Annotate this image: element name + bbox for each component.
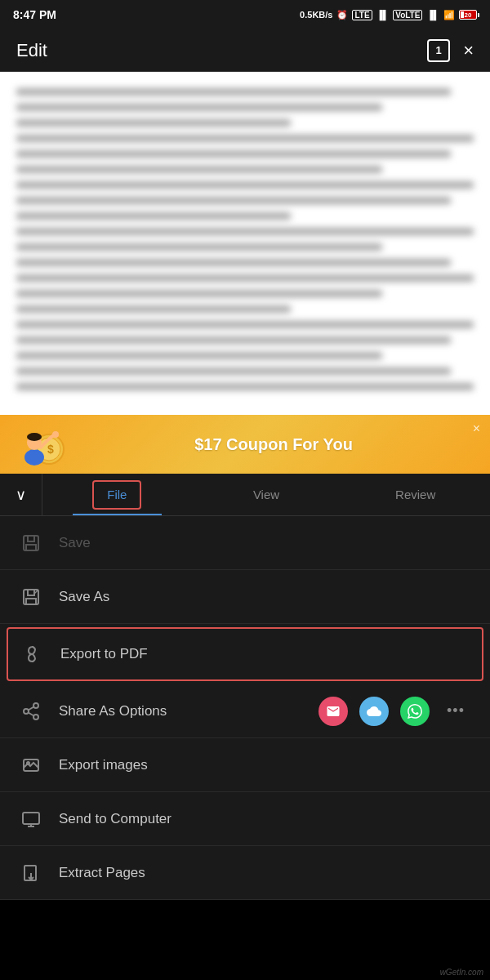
extract-pages-label: Extract Pages [59, 865, 470, 881]
blur-line [16, 321, 474, 328]
status-indicators: 0.5KB/s ⏰ LTE ▐▌ VoLTE ▐▌ 📶 20 [300, 10, 477, 20]
share-quick-actions: ••• [318, 697, 470, 726]
blur-line [16, 166, 382, 173]
extract-pages-icon [20, 862, 42, 884]
signal2-icon: ▐▌ [426, 10, 439, 20]
blur-line [16, 336, 451, 344]
save-as-icon [20, 586, 42, 608]
lte-icon: LTE [352, 10, 372, 20]
lte2-icon: VoLTE [393, 10, 422, 20]
alarm-icon: ⏰ [336, 10, 348, 20]
svg-point-4 [27, 433, 42, 441]
svg-rect-20 [23, 813, 39, 824]
blur-line [16, 368, 451, 375]
app-header: Edit 1 × [0, 29, 490, 72]
network-speed: 0.5KB/s [300, 10, 332, 20]
page-title: Edit [16, 40, 47, 61]
save-as-label: Save As [59, 589, 470, 605]
send-computer-icon [20, 808, 42, 831]
svg-rect-11 [28, 590, 34, 595]
battery-indicator: 20 [459, 10, 477, 20]
document-preview [0, 72, 490, 415]
tab-bar: ∨ File View Review [0, 474, 490, 516]
save-icon [20, 532, 42, 555]
svg-line-16 [29, 712, 34, 715]
time-display: 8:47 PM [13, 8, 56, 21]
svg-point-13 [33, 703, 38, 708]
blur-line [16, 290, 382, 297]
export-images-label: Export images [59, 757, 470, 773]
export-pdf-label: Export to PDF [60, 646, 469, 662]
blur-line [16, 212, 291, 220]
menu-item-export-images[interactable]: Export images [0, 738, 490, 792]
svg-point-2 [24, 449, 44, 466]
share-cloud-button[interactable] [359, 697, 389, 726]
blur-line [16, 305, 291, 313]
menu-item-save-as[interactable]: Save As [0, 570, 490, 624]
header-actions: 1 × [427, 39, 474, 62]
svg-text:$: $ [47, 443, 54, 456]
menu-item-share[interactable]: Share As Options ••• [0, 684, 490, 738]
blur-line [16, 119, 291, 127]
tab-review[interactable]: Review [341, 474, 490, 515]
menu-item-save[interactable]: Save [0, 516, 490, 570]
menu-item-send-computer[interactable]: Send to Computer [0, 792, 490, 846]
save-label: Save [59, 535, 470, 551]
wifi-icon: 📶 [443, 10, 455, 20]
blur-line [16, 104, 382, 111]
menu-item-extract-pages[interactable]: Extract Pages [0, 846, 490, 900]
tab-review-label: Review [395, 488, 435, 501]
coupon-text: $17 Coupon For You [74, 435, 474, 454]
svg-rect-8 [28, 536, 34, 541]
signal-icon: ▐▌ [376, 10, 390, 20]
blur-line [16, 228, 474, 235]
blur-line [16, 352, 382, 359]
close-button[interactable]: × [463, 40, 474, 61]
blur-line [16, 383, 474, 390]
share-whatsapp-button[interactable] [400, 697, 430, 726]
share-icon [20, 700, 42, 723]
coupon-character-icon: $ [16, 420, 65, 469]
blur-line [16, 259, 451, 266]
coupon-banner[interactable]: $ $17 Coupon For You × [0, 415, 490, 474]
share-more-button[interactable]: ••• [441, 697, 470, 726]
svg-point-15 [33, 715, 38, 719]
share-label: Share As Options [59, 703, 318, 719]
send-computer-label: Send to Computer [59, 811, 470, 827]
share-email-button[interactable] [318, 697, 348, 726]
export-images-icon [20, 754, 42, 777]
tab-file-label: File [107, 488, 127, 501]
svg-point-14 [24, 709, 29, 714]
watermark: wGetIn.com [440, 968, 483, 977]
blur-line [16, 181, 474, 189]
svg-line-17 [29, 706, 34, 710]
svg-rect-9 [26, 545, 36, 550]
svg-rect-12 [26, 599, 36, 604]
tab-view-label: View [253, 488, 279, 501]
svg-point-5 [52, 431, 59, 438]
blur-content [0, 72, 490, 415]
tab-count[interactable]: 1 [427, 39, 450, 62]
blur-line [16, 197, 451, 204]
menu-list: Save Save As Export to PDF [0, 516, 490, 900]
more-dots-icon: ••• [447, 702, 465, 719]
menu-item-export-pdf[interactable]: Export to PDF [7, 627, 483, 681]
tab-file[interactable]: File [42, 474, 192, 515]
export-pdf-icon [21, 643, 44, 666]
tab-collapse-button[interactable]: ∨ [0, 474, 42, 515]
blur-line [16, 243, 382, 251]
coupon-close-button[interactable]: × [473, 421, 480, 436]
blur-line [16, 135, 474, 142]
blur-line [16, 88, 451, 96]
tab-view[interactable]: View [192, 474, 341, 515]
status-bar: 8:47 PM 0.5KB/s ⏰ LTE ▐▌ VoLTE ▐▌ 📶 20 [0, 0, 490, 29]
blur-line [16, 274, 474, 282]
blur-line [16, 150, 451, 158]
